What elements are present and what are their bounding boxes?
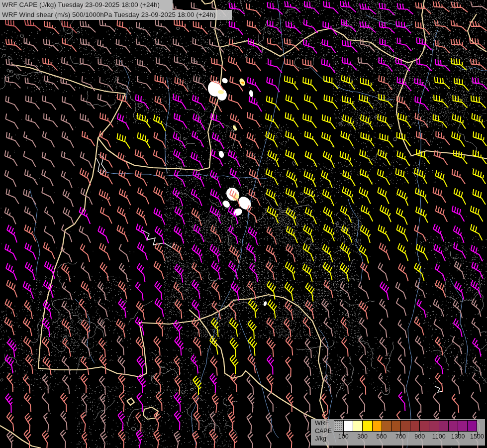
cape-colorbar-cell: [344, 421, 353, 431]
cape-colorbar-cell: [353, 421, 363, 431]
cape-tick-label: 100: [338, 433, 349, 440]
weather-map-product: WRF CAPE (J/kg) Tuesday 23-09-2025 18:00…: [0, 0, 487, 448]
cape-legend: WRF CAPE J/kg 10030050070090011001300150…: [311, 419, 485, 446]
cape-colorbar-cell: [373, 421, 382, 431]
legend-label-cape: CAPE: [315, 428, 332, 436]
cape-tick-label: 1100: [432, 433, 446, 440]
product-title-cape: WRF CAPE (J/kg) Tuesday 23-09-2025 18:00…: [0, 0, 173, 10]
cape-tick-label: 500: [377, 433, 387, 440]
weather-map-canvas: [0, 0, 487, 448]
product-title-shear: WRF Wind shear (m/s) 500/1000hPa Tuesday…: [0, 10, 232, 20]
cape-tick-label: 900: [414, 433, 425, 440]
cape-colorbar-cell: [391, 421, 401, 431]
cape-colorbar-cell: [439, 421, 449, 431]
cape-tick-label: 1500: [470, 433, 484, 440]
cape-colorbar-cell: [363, 421, 372, 431]
cape-colorbar-cell: [382, 421, 391, 431]
cape-colorbar-cell: [410, 421, 420, 431]
cape-colorbar-cell: [420, 421, 429, 431]
cape-colorbar-cell: [458, 421, 468, 431]
legend-label-wrf: WRF: [315, 420, 332, 428]
legend-product-label: WRF CAPE J/kg: [315, 420, 332, 443]
cape-colorbar-cell: [401, 421, 410, 431]
cape-tick-label: 1300: [451, 433, 465, 440]
cape-tick-label: 300: [357, 433, 368, 440]
cape-tick-label: 700: [395, 433, 406, 440]
cape-colorbar-ticks: 100300500700900110013001500: [334, 432, 477, 445]
legend-label-unit: J/kg: [315, 435, 332, 443]
cape-colorbar-cell: [429, 421, 439, 431]
cape-colorbar-cell: [449, 421, 458, 431]
cape-colorbar: [334, 420, 477, 432]
cape-colorbar-cell: [334, 421, 344, 431]
cape-colorbar-cell: [468, 421, 477, 431]
